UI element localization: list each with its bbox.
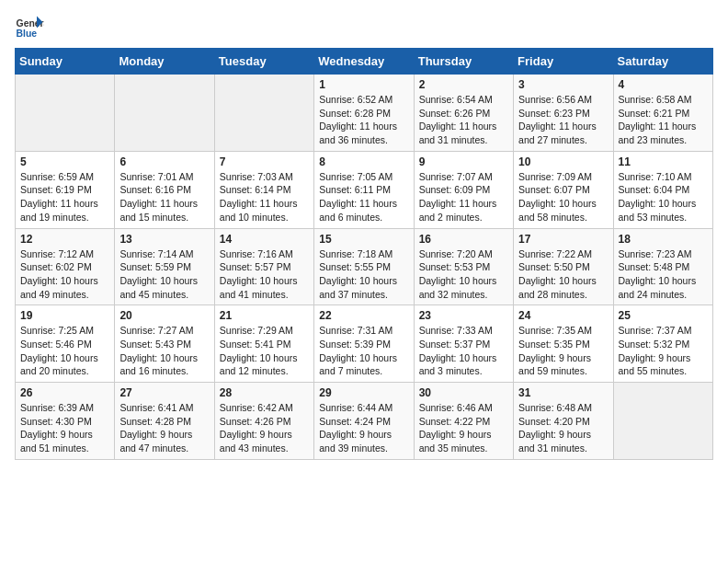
- weekday-header-monday: Monday: [115, 49, 214, 75]
- calendar-cell: 3Sunrise: 6:56 AM Sunset: 6:23 PM Daylig…: [514, 75, 613, 152]
- cell-content: Sunrise: 7:23 AM Sunset: 5:48 PM Dayligh…: [619, 247, 708, 302]
- day-number: 16: [419, 233, 508, 246]
- calendar-cell: 29Sunrise: 6:44 AM Sunset: 4:24 PM Dayli…: [314, 383, 414, 460]
- calendar-cell: 19Sunrise: 7:25 AM Sunset: 5:46 PM Dayli…: [16, 305, 115, 383]
- calendar-cell: 28Sunrise: 6:42 AM Sunset: 4:26 PM Dayli…: [214, 383, 313, 460]
- page-header: General Blue: [15, 15, 713, 40]
- weekday-header-friday: Friday: [514, 49, 613, 75]
- calendar-cell: 18Sunrise: 7:23 AM Sunset: 5:48 PM Dayli…: [613, 228, 712, 305]
- calendar-cell: 2Sunrise: 6:54 AM Sunset: 6:26 PM Daylig…: [414, 75, 513, 152]
- calendar-week-2: 5Sunrise: 6:59 AM Sunset: 6:19 PM Daylig…: [16, 151, 713, 228]
- calendar-week-5: 26Sunrise: 6:39 AM Sunset: 4:30 PM Dayli…: [16, 383, 713, 460]
- cell-content: Sunrise: 7:05 AM Sunset: 6:11 PM Dayligh…: [319, 170, 408, 224]
- weekday-header-thursday: Thursday: [414, 49, 513, 75]
- day-number: 23: [419, 309, 508, 322]
- calendar-cell: 10Sunrise: 7:09 AM Sunset: 6:07 PM Dayli…: [514, 151, 613, 228]
- cell-content: Sunrise: 7:10 AM Sunset: 6:04 PM Dayligh…: [619, 170, 708, 224]
- calendar-cell: 16Sunrise: 7:20 AM Sunset: 5:53 PM Dayli…: [414, 228, 513, 305]
- cell-content: Sunrise: 7:29 AM Sunset: 5:41 PM Dayligh…: [220, 324, 309, 378]
- calendar-week-4: 19Sunrise: 7:25 AM Sunset: 5:46 PM Dayli…: [16, 305, 713, 383]
- cell-content: Sunrise: 6:59 AM Sunset: 6:19 PM Dayligh…: [20, 170, 109, 224]
- calendar-week-1: 1Sunrise: 6:52 AM Sunset: 6:28 PM Daylig…: [16, 75, 713, 152]
- day-number: 31: [518, 386, 608, 399]
- calendar-cell: 9Sunrise: 7:07 AM Sunset: 6:09 PM Daylig…: [414, 151, 513, 228]
- calendar-cell: [613, 383, 712, 460]
- calendar-cell: 12Sunrise: 7:12 AM Sunset: 6:02 PM Dayli…: [16, 228, 115, 305]
- day-number: 15: [319, 233, 408, 246]
- day-number: 10: [518, 155, 608, 168]
- day-number: 7: [220, 155, 309, 168]
- cell-content: Sunrise: 6:39 AM Sunset: 4:30 PM Dayligh…: [20, 401, 109, 455]
- day-number: 22: [319, 309, 408, 322]
- day-number: 9: [419, 155, 508, 168]
- calendar-cell: 11Sunrise: 7:10 AM Sunset: 6:04 PM Dayli…: [613, 151, 712, 228]
- cell-content: Sunrise: 7:14 AM Sunset: 5:59 PM Dayligh…: [119, 247, 209, 302]
- day-number: 8: [319, 155, 408, 168]
- day-number: 4: [619, 78, 708, 91]
- calendar-cell: 26Sunrise: 6:39 AM Sunset: 4:30 PM Dayli…: [16, 383, 115, 460]
- calendar-cell: 1Sunrise: 6:52 AM Sunset: 6:28 PM Daylig…: [314, 75, 414, 152]
- day-number: 25: [619, 309, 708, 322]
- calendar-cell: 4Sunrise: 6:58 AM Sunset: 6:21 PM Daylig…: [613, 75, 712, 152]
- calendar-week-3: 12Sunrise: 7:12 AM Sunset: 6:02 PM Dayli…: [16, 228, 713, 305]
- weekday-header-row: SundayMondayTuesdayWednesdayThursdayFrid…: [16, 49, 713, 75]
- cell-content: Sunrise: 6:58 AM Sunset: 6:21 PM Dayligh…: [619, 93, 708, 147]
- calendar-cell: [115, 75, 214, 152]
- calendar-cell: 30Sunrise: 6:46 AM Sunset: 4:22 PM Dayli…: [414, 383, 513, 460]
- cell-content: Sunrise: 7:16 AM Sunset: 5:57 PM Dayligh…: [220, 247, 309, 302]
- cell-content: Sunrise: 7:07 AM Sunset: 6:09 PM Dayligh…: [419, 170, 508, 224]
- svg-text:Blue: Blue: [17, 29, 38, 39]
- day-number: 30: [419, 386, 508, 399]
- cell-content: Sunrise: 6:46 AM Sunset: 4:22 PM Dayligh…: [419, 401, 508, 455]
- day-number: 6: [119, 155, 209, 168]
- calendar-cell: 22Sunrise: 7:31 AM Sunset: 5:39 PM Dayli…: [314, 305, 414, 383]
- calendar-cell: [16, 75, 115, 152]
- calendar-cell: 23Sunrise: 7:33 AM Sunset: 5:37 PM Dayli…: [414, 305, 513, 383]
- calendar-cell: 14Sunrise: 7:16 AM Sunset: 5:57 PM Dayli…: [214, 228, 313, 305]
- calendar-table: SundayMondayTuesdayWednesdayThursdayFrid…: [15, 48, 713, 460]
- cell-content: Sunrise: 7:33 AM Sunset: 5:37 PM Dayligh…: [419, 324, 508, 378]
- calendar-cell: 15Sunrise: 7:18 AM Sunset: 5:55 PM Dayli…: [314, 228, 414, 305]
- cell-content: Sunrise: 6:44 AM Sunset: 4:24 PM Dayligh…: [319, 401, 408, 455]
- cell-content: Sunrise: 7:25 AM Sunset: 5:46 PM Dayligh…: [20, 324, 109, 378]
- cell-content: Sunrise: 6:52 AM Sunset: 6:28 PM Dayligh…: [319, 93, 408, 147]
- day-number: 26: [20, 386, 109, 399]
- calendar-cell: 8Sunrise: 7:05 AM Sunset: 6:11 PM Daylig…: [314, 151, 414, 228]
- cell-content: Sunrise: 7:01 AM Sunset: 6:16 PM Dayligh…: [119, 170, 209, 224]
- weekday-header-tuesday: Tuesday: [214, 49, 313, 75]
- cell-content: Sunrise: 7:37 AM Sunset: 5:32 PM Dayligh…: [619, 324, 708, 378]
- day-number: 12: [20, 233, 109, 246]
- day-number: 18: [619, 233, 708, 246]
- cell-content: Sunrise: 7:31 AM Sunset: 5:39 PM Dayligh…: [319, 324, 408, 378]
- day-number: 27: [119, 386, 209, 399]
- cell-content: Sunrise: 7:20 AM Sunset: 5:53 PM Dayligh…: [419, 247, 508, 302]
- cell-content: Sunrise: 6:42 AM Sunset: 4:26 PM Dayligh…: [220, 401, 309, 455]
- cell-content: Sunrise: 7:09 AM Sunset: 6:07 PM Dayligh…: [518, 170, 608, 224]
- calendar-cell: 25Sunrise: 7:37 AM Sunset: 5:32 PM Dayli…: [613, 305, 712, 383]
- day-number: 24: [518, 309, 608, 322]
- day-number: 29: [319, 386, 408, 399]
- day-number: 14: [220, 233, 309, 246]
- calendar-cell: 31Sunrise: 6:48 AM Sunset: 4:20 PM Dayli…: [514, 383, 613, 460]
- cell-content: Sunrise: 7:12 AM Sunset: 6:02 PM Dayligh…: [20, 247, 109, 302]
- logo: General Blue: [15, 15, 48, 40]
- day-number: 19: [20, 309, 109, 322]
- day-number: 5: [20, 155, 109, 168]
- weekday-header-saturday: Saturday: [613, 49, 712, 75]
- calendar-cell: 13Sunrise: 7:14 AM Sunset: 5:59 PM Dayli…: [115, 228, 214, 305]
- day-number: 1: [319, 78, 408, 91]
- day-number: 13: [119, 233, 209, 246]
- calendar-cell: 24Sunrise: 7:35 AM Sunset: 5:35 PM Dayli…: [514, 305, 613, 383]
- calendar-cell: 7Sunrise: 7:03 AM Sunset: 6:14 PM Daylig…: [214, 151, 313, 228]
- cell-content: Sunrise: 6:48 AM Sunset: 4:20 PM Dayligh…: [518, 401, 608, 455]
- weekday-header-wednesday: Wednesday: [314, 49, 414, 75]
- calendar-cell: 27Sunrise: 6:41 AM Sunset: 4:28 PM Dayli…: [115, 383, 214, 460]
- day-number: 28: [220, 386, 309, 399]
- calendar-cell: 21Sunrise: 7:29 AM Sunset: 5:41 PM Dayli…: [214, 305, 313, 383]
- day-number: 3: [518, 78, 608, 91]
- logo-icon: General Blue: [15, 15, 44, 40]
- cell-content: Sunrise: 7:18 AM Sunset: 5:55 PM Dayligh…: [319, 247, 408, 302]
- calendar-cell: 6Sunrise: 7:01 AM Sunset: 6:16 PM Daylig…: [115, 151, 214, 228]
- cell-content: Sunrise: 6:54 AM Sunset: 6:26 PM Dayligh…: [419, 93, 508, 147]
- day-number: 17: [518, 233, 608, 246]
